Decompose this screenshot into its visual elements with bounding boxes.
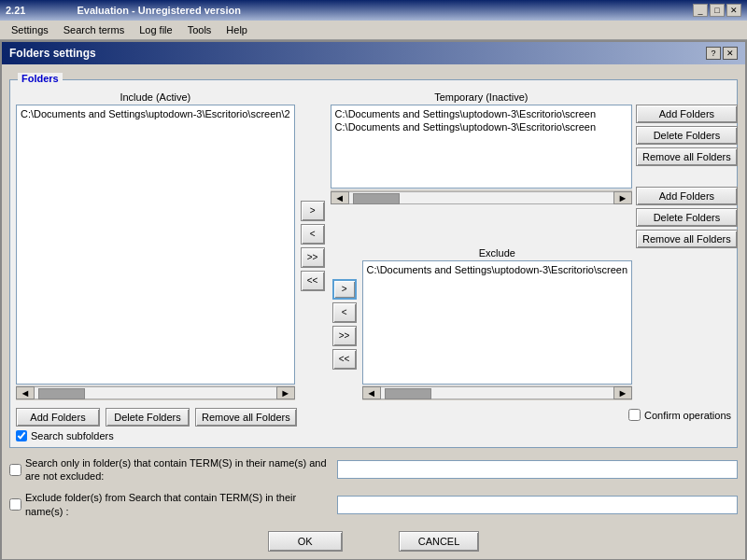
menu-search-terms[interactable]: Search terms xyxy=(56,22,132,37)
maximize-button[interactable]: □ xyxy=(710,4,725,17)
menu-tools[interactable]: Tools xyxy=(180,22,219,37)
folders-section: Include (Active) C:\Documents and Settin… xyxy=(16,91,731,400)
folders-group-box: Folders Include (Active) C:\Documents an… xyxy=(9,79,738,448)
temp-add-folders-button[interactable]: Add Folders xyxy=(636,105,738,123)
excl-scrollbar[interactable]: ◄ ► xyxy=(362,385,632,400)
menu-bar: Settings Search terms Log file Tools Hel… xyxy=(0,21,747,40)
menu-help[interactable]: Help xyxy=(218,22,255,37)
confirm-operations-checkbox[interactable] xyxy=(628,409,641,421)
bottom-include-buttons: Add Folders Delete Folders Remove all Fo… xyxy=(16,408,297,427)
excl-side-buttons: Add Folders Delete Folders Remove all Fo… xyxy=(636,168,738,248)
excl-scroll-left[interactable]: ◄ xyxy=(362,386,381,399)
excl-move-all-left-button[interactable]: << xyxy=(332,349,357,370)
temp-list-item-0: C:\Documents and Settings\uptodown-3\Esc… xyxy=(333,107,629,120)
search-term-row-2: Exclude folder(s) from Search that conta… xyxy=(9,491,738,518)
search-subfolders-label: Search subfolders xyxy=(31,430,114,441)
search-term-row-1: Search only in folder(s) that contain TE… xyxy=(9,456,738,483)
temp-scrollbar[interactable]: ◄ ► xyxy=(331,189,632,204)
search-term-checkbox-2[interactable] xyxy=(9,498,21,511)
right-section: Temporary (Inactive) C:\Documents and Se… xyxy=(331,91,738,400)
include-list[interactable]: C:\Documents and Settings\uptodown-3\Esc… xyxy=(16,105,295,385)
temp-panel: Temporary (Inactive) C:\Documents and Se… xyxy=(331,91,632,244)
minimize-button[interactable]: _ xyxy=(693,4,708,17)
excl-move-all-right-button[interactable]: >> xyxy=(332,326,357,346)
include-add-folders-button[interactable]: Add Folders xyxy=(16,408,100,427)
temp-remove-all-button[interactable]: Remove all Folders xyxy=(636,147,738,166)
excl-arrows: > < >> << xyxy=(331,247,359,399)
excl-move-right-button[interactable]: > xyxy=(332,279,357,300)
title-bar: 2.21 Evaluation - Unregistered version _… xyxy=(0,0,747,21)
search-subfolders-checkbox[interactable] xyxy=(16,430,27,441)
cancel-button[interactable]: CANCEL xyxy=(399,531,480,552)
include-scrollbar[interactable]: ◄ ► xyxy=(16,385,295,400)
excl-scroll-right[interactable]: ► xyxy=(613,386,632,399)
menu-settings[interactable]: Settings xyxy=(4,22,56,37)
scroll-left-btn[interactable]: ◄ xyxy=(16,386,35,399)
include-panel-label: Include (Active) xyxy=(16,91,295,103)
dialog-title-controls: ? ✕ xyxy=(706,47,738,60)
include-temp-arrows: > < >> << xyxy=(299,91,327,400)
temp-delete-folders-button[interactable]: Delete Folders xyxy=(636,126,738,145)
temp-list-item-1: C:\Documents and Settings\uptodown-3\Esc… xyxy=(333,120,629,133)
title-bar-text: 2.21 Evaluation - Unregistered version xyxy=(6,5,241,16)
move-right-button[interactable]: > xyxy=(301,201,325,221)
move-left-button[interactable]: < xyxy=(301,224,325,245)
search-subfolders-row: Search subfolders xyxy=(16,430,731,441)
excl-list-item-0: C:\Documents and Settings\uptodown-3\Esc… xyxy=(365,263,629,276)
include-panel: Include (Active) C:\Documents and Settin… xyxy=(16,91,295,400)
confirm-row: Confirm operations xyxy=(628,409,731,421)
scroll-right-btn[interactable]: ► xyxy=(276,386,295,399)
search-term-label-2: Exclude folder(s) from Search that conta… xyxy=(25,491,333,518)
excl-panel: Exclude C:\Documents and Settings\uptodo… xyxy=(362,247,632,399)
ok-cancel-row: OK CANCEL xyxy=(9,531,738,552)
folders-settings-dialog: Folders settings ? ✕ Folders Include (Ac… xyxy=(0,40,747,560)
excl-panel-label: Exclude xyxy=(362,247,632,259)
move-all-left-button[interactable]: << xyxy=(301,271,325,291)
dialog-close-button[interactable]: ✕ xyxy=(723,47,738,60)
search-term-input-2[interactable] xyxy=(337,496,738,514)
excl-list[interactable]: C:\Documents and Settings\uptodown-3\Esc… xyxy=(362,260,632,384)
move-all-right-button[interactable]: >> xyxy=(301,247,325,268)
excl-move-left-button[interactable]: < xyxy=(332,302,357,323)
excl-delete-folders-button[interactable]: Delete Folders xyxy=(636,208,738,227)
search-term-input-1[interactable] xyxy=(337,460,738,479)
excl-remove-all-button[interactable]: Remove all Folders xyxy=(636,230,738,248)
version-label: 2.21 xyxy=(6,5,25,16)
temp-scroll-right[interactable]: ► xyxy=(613,191,632,204)
title-text: Evaluation - Unregistered version xyxy=(77,5,240,16)
dialog-help-button[interactable]: ? xyxy=(706,47,721,60)
ok-button[interactable]: OK xyxy=(268,531,343,552)
include-remove-all-button[interactable]: Remove all Folders xyxy=(195,408,297,427)
temp-panel-label: Temporary (Inactive) xyxy=(331,91,632,103)
include-list-item: C:\Documents and Settings\uptodown-3\Esc… xyxy=(19,107,292,120)
close-button[interactable]: ✕ xyxy=(726,4,741,17)
temp-side-buttons: Add Folders Delete Folders Remove all Fo… xyxy=(636,91,738,166)
dialog-title-text: Folders settings xyxy=(9,47,96,60)
dialog-content: Folders Include (Active) C:\Documents an… xyxy=(2,64,745,559)
search-term-label-1: Search only in folder(s) that contain TE… xyxy=(25,456,333,483)
temp-list[interactable]: C:\Documents and Settings\uptodown-3\Esc… xyxy=(331,105,632,189)
confirm-operations-label: Confirm operations xyxy=(644,410,731,421)
title-bar-controls: _ □ ✕ xyxy=(693,4,741,17)
menu-log-file[interactable]: Log file xyxy=(132,22,179,37)
include-delete-folders-button[interactable]: Delete Folders xyxy=(106,408,190,427)
search-term-checkbox-1[interactable] xyxy=(9,464,21,476)
excl-add-folders-button[interactable]: Add Folders xyxy=(636,187,738,205)
dialog-title-bar: Folders settings ? ✕ xyxy=(2,42,745,64)
temp-scroll-left[interactable]: ◄ xyxy=(331,191,349,204)
group-box-label: Folders xyxy=(18,73,63,84)
